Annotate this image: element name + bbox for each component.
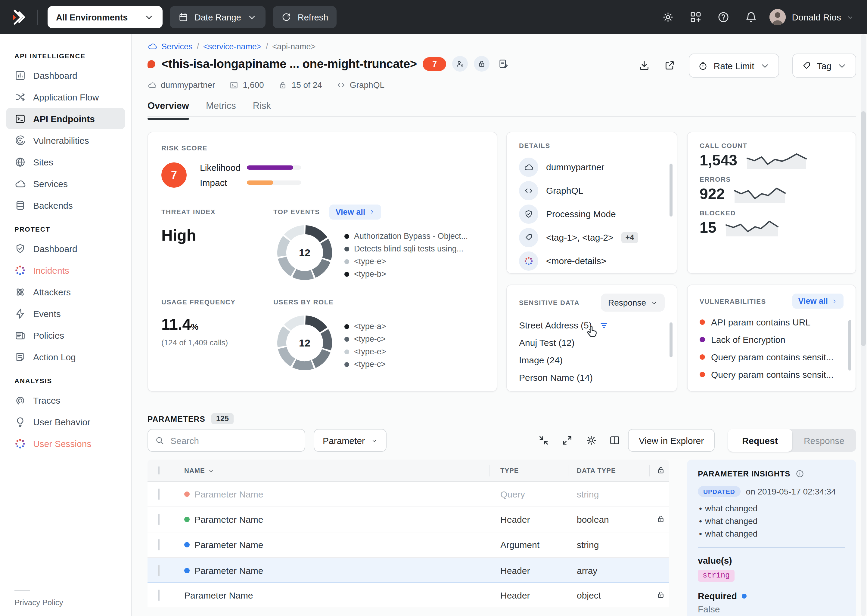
- vulnerabilities-scrollbar[interactable]: [848, 320, 851, 371]
- sidebar-item-events[interactable]: Events: [6, 303, 125, 324]
- top-events-view-all-button[interactable]: View all: [329, 204, 381, 219]
- parameter-filter-select[interactable]: Parameter: [314, 429, 386, 452]
- user-name[interactable]: Donald Rios: [792, 12, 841, 22]
- sidebar-item-user-behavior[interactable]: User Behavior: [6, 411, 125, 432]
- apps-icon[interactable]: [690, 11, 702, 24]
- vulnerability-item[interactable]: API param contains URL: [700, 313, 843, 331]
- page-scrollbar-thumb[interactable]: [861, 111, 866, 346]
- vulnerabilities-view-all-button[interactable]: View all: [792, 294, 843, 309]
- table-row[interactable]: Parameter NameQuerystring: [148, 482, 669, 507]
- columns-icon[interactable]: [609, 434, 621, 446]
- avatar[interactable]: [770, 9, 786, 25]
- table-row[interactable]: Parameter NameHeaderboolean: [148, 507, 669, 533]
- sidebar-item-application-flow[interactable]: Application Flow: [6, 86, 125, 108]
- sidebar-item-dashboard[interactable]: Dashboard: [6, 64, 125, 86]
- tab-risk[interactable]: Risk: [253, 101, 271, 118]
- lock-icon: [656, 514, 665, 523]
- row-checkbox[interactable]: [158, 489, 159, 500]
- details-item-label: dummypartner: [546, 162, 604, 172]
- parameter-type: Query: [500, 489, 577, 499]
- breadcrumb-services[interactable]: Services: [161, 42, 193, 51]
- filter-icon[interactable]: [599, 321, 609, 330]
- risk-score-badge[interactable]: 7: [423, 57, 446, 71]
- rate-limit-button[interactable]: Rate Limit: [689, 53, 779, 78]
- toggle-request[interactable]: Request: [728, 429, 792, 452]
- sensitive-data-response-select[interactable]: Response: [601, 294, 665, 312]
- tab-metrics[interactable]: Metrics: [206, 101, 236, 118]
- tab-overview[interactable]: Overview: [148, 101, 189, 118]
- sidebar-item-policies[interactable]: Policies: [6, 324, 125, 346]
- toggle-response[interactable]: Response: [792, 429, 856, 452]
- table-settings-icon[interactable]: [585, 434, 597, 446]
- parameters-table: NAME TYPE DATA TYPE Parameter NameQuerys…: [148, 460, 669, 608]
- vulnerability-item[interactable]: Lack of Encryption: [700, 331, 843, 348]
- row-checkbox[interactable]: [158, 539, 159, 550]
- sidebar-item-traces[interactable]: Traces: [6, 389, 125, 411]
- table-row[interactable]: Parameter NameHeaderobject: [148, 583, 669, 608]
- app: All Environments Date Range Refresh Dona…: [0, 0, 867, 616]
- sidebar-item-api-endpoints[interactable]: API Endpoints: [6, 108, 125, 129]
- table-row[interactable]: Parameter NameHeaderarray: [148, 558, 669, 583]
- sidebar-item-dashboard[interactable]: Dashboard: [6, 237, 125, 259]
- breadcrumb-service-name[interactable]: <service-name>: [203, 42, 262, 51]
- notifications-icon[interactable]: [745, 11, 758, 24]
- settings-icon[interactable]: [662, 11, 675, 24]
- globe-icon: [14, 156, 26, 168]
- collapse-rows-icon[interactable]: [538, 434, 550, 446]
- sidebar-item-attackers[interactable]: Attackers: [6, 281, 125, 303]
- row-checkbox[interactable]: [158, 564, 159, 576]
- sensitive-scrollbar[interactable]: [670, 322, 673, 357]
- sidebar-item-incidents[interactable]: Incidents: [6, 259, 125, 281]
- view-in-explorer-button[interactable]: View in Explorer: [628, 429, 715, 452]
- code-icon: [337, 80, 345, 90]
- environment-selector[interactable]: All Environments: [47, 6, 162, 28]
- vulnerability-label: API param contains URL: [711, 317, 810, 327]
- download-icon[interactable]: [638, 60, 651, 72]
- row-checkbox[interactable]: [158, 589, 159, 601]
- help-icon[interactable]: [717, 11, 730, 24]
- lock-badge[interactable]: [474, 56, 490, 72]
- sort-icon[interactable]: [208, 467, 214, 474]
- page-scrollbar[interactable]: [861, 34, 866, 616]
- sensitive-data-item[interactable]: Image (24): [519, 351, 665, 369]
- vulnerability-item[interactable]: Query param contains sensit...: [700, 348, 843, 366]
- row-checkbox[interactable]: [158, 514, 159, 525]
- tag-button[interactable]: Tag: [792, 53, 856, 78]
- user-x-badge[interactable]: [452, 56, 468, 72]
- table-row[interactable]: Parameter NameArgumentstring: [148, 533, 669, 558]
- tags-more-badge[interactable]: +4: [621, 232, 638, 243]
- tag-icon: [801, 60, 812, 71]
- dashed-icon: [519, 251, 538, 270]
- search-input[interactable]: [169, 435, 292, 446]
- refresh-button[interactable]: Refresh: [273, 6, 337, 28]
- news-icon: [14, 329, 26, 341]
- sidebar-item-sites[interactable]: Sites: [6, 151, 125, 173]
- chevron-right-icon: [831, 298, 837, 304]
- chevron-down-icon[interactable]: [847, 14, 854, 21]
- sidebar-item-backends[interactable]: Backends: [6, 194, 125, 216]
- details-scrollbar[interactable]: [670, 163, 673, 217]
- vulnerability-item[interactable]: Query param contains sensit...: [700, 366, 843, 383]
- column-header-name[interactable]: NAME: [184, 467, 500, 474]
- parameter-status-dot: [184, 517, 190, 522]
- external-link-icon[interactable]: [664, 60, 676, 72]
- info-icon[interactable]: [795, 469, 804, 478]
- notes-icon[interactable]: [498, 58, 509, 69]
- search-box[interactable]: [148, 429, 305, 452]
- privacy-policy-link[interactable]: Privacy Policy: [14, 598, 63, 607]
- sensitive-data-item[interactable]: Person Name (14): [519, 369, 665, 386]
- select-all-checkbox[interactable]: [158, 466, 159, 475]
- details-item-label: Processing Mode: [546, 209, 616, 219]
- sidebar-item-vulnerabilities[interactable]: Vulnerabilities: [6, 129, 125, 151]
- expand-rows-icon[interactable]: [561, 434, 573, 446]
- column-header-type[interactable]: TYPE: [500, 467, 577, 474]
- sidebar-item-services[interactable]: Services: [6, 173, 125, 194]
- app-logo[interactable]: [8, 7, 29, 27]
- parameter-insights-panel: PARAMETER INSIGHTS UPDATED on 2019-05-17…: [687, 460, 856, 616]
- sidebar-item-action-log[interactable]: Action Log: [6, 346, 125, 368]
- sidebar-item-user-sessions[interactable]: User Sessions: [6, 432, 125, 454]
- parameter-name: Parameter Name: [194, 514, 263, 525]
- column-header-data-type[interactable]: DATA TYPE: [577, 467, 656, 474]
- date-range-button[interactable]: Date Range: [170, 6, 266, 28]
- sidebar-item-label: Vulnerabilities: [33, 135, 89, 145]
